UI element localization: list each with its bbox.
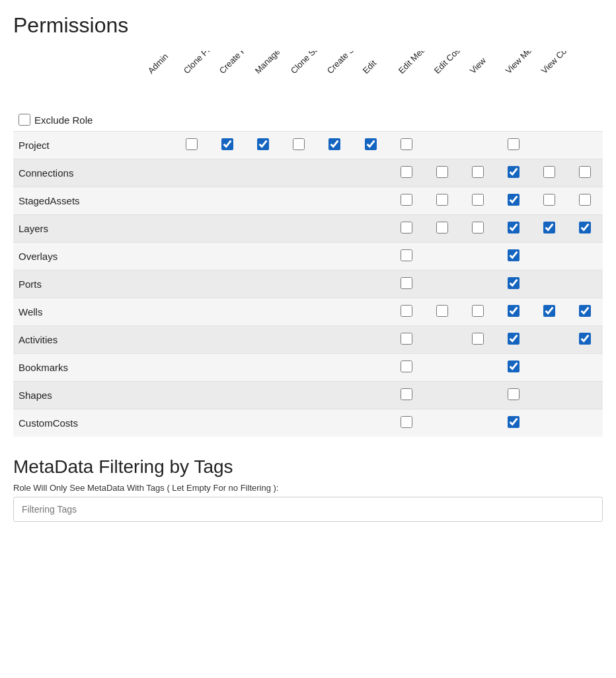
checkbox-stagedassets-edit_costs[interactable] — [472, 194, 484, 206]
checkbox-shapes-view[interactable] — [508, 388, 520, 400]
cell-admin — [174, 132, 210, 159]
cell-empty-create_sub_project — [353, 271, 389, 298]
checkbox-stagedassets-edit_metadata[interactable] — [436, 194, 448, 206]
checkbox-activities-edit_costs[interactable] — [472, 333, 484, 345]
cell-edit — [389, 132, 424, 159]
checkbox-activities-edit[interactable] — [401, 333, 412, 345]
checkbox-overlays-edit[interactable] — [401, 249, 412, 261]
checkbox-project-create_project[interactable] — [257, 138, 269, 150]
checkbox-activities-view_costs[interactable] — [579, 333, 591, 345]
checkbox-stagedassets-edit[interactable] — [401, 194, 412, 206]
row-label-project: Project — [13, 132, 174, 159]
checkbox-layers-view_metadata[interactable] — [543, 222, 555, 233]
checkbox-stagedassets-view[interactable] — [508, 194, 520, 206]
cell-empty-create_sub_project — [353, 215, 389, 243]
cell-empty-clone_project — [210, 271, 245, 298]
cell-edit_costs — [460, 298, 496, 326]
cell-edit_metadata — [424, 159, 460, 187]
cell-empty-admin — [174, 187, 210, 215]
checkbox-project-view[interactable] — [508, 138, 520, 150]
exclude-role-label[interactable]: Exclude Role — [19, 114, 167, 126]
cell-empty-create_project — [245, 187, 281, 215]
cell-create_sub_project — [353, 132, 389, 159]
cell-empty-clone_project — [210, 354, 245, 382]
checkbox-project-clone_sub_project[interactable] — [328, 138, 340, 150]
checkbox-ports-view[interactable] — [508, 277, 520, 289]
col-header-view-costs: View Costs — [567, 51, 603, 111]
checkbox-wells-edit_costs[interactable] — [472, 305, 484, 317]
checkbox-layers-edit_costs[interactable] — [472, 222, 484, 233]
cell-empty-view_costs — [567, 354, 603, 382]
checkbox-stagedassets-view_metadata[interactable] — [543, 194, 555, 206]
cell-empty-clone_sub_project — [317, 326, 352, 354]
cell-empty-clone_sub_project — [317, 159, 352, 187]
page-title: Permissions — [13, 13, 603, 38]
cell-view_costs — [567, 298, 603, 326]
row-label-customcosts: CustomCosts — [13, 409, 174, 437]
checkbox-activities-view[interactable] — [508, 333, 520, 345]
cell-empty-clone_project — [210, 159, 245, 187]
exclude-role-header — [13, 51, 174, 111]
exclude-role-view-costs-cell — [567, 111, 603, 132]
cell-view_costs — [567, 326, 603, 354]
checkbox-wells-view_metadata[interactable] — [543, 305, 555, 317]
cell-empty-edit_costs — [460, 409, 496, 437]
cell-empty-manage_view_link — [281, 409, 317, 437]
checkbox-bookmarks-view[interactable] — [508, 360, 520, 372]
cell-view — [496, 298, 531, 326]
exclude-role-label-cell: Exclude Role — [13, 111, 174, 132]
row-label-layers: Layers — [13, 215, 174, 243]
cell-edit — [389, 382, 424, 409]
checkbox-project-clone_project[interactable] — [221, 138, 233, 150]
cell-empty-edit_costs — [460, 132, 496, 159]
cell-empty-edit_metadata — [424, 271, 460, 298]
cell-empty-view_metadata — [531, 243, 567, 271]
cell-view — [496, 243, 531, 271]
checkbox-layers-edit_metadata[interactable] — [436, 222, 448, 233]
checkbox-overlays-view[interactable] — [508, 249, 520, 261]
checkbox-wells-view_costs[interactable] — [579, 305, 591, 317]
exclude-role-checkbox[interactable] — [19, 114, 30, 126]
cell-empty-view_metadata — [531, 132, 567, 159]
cell-edit_costs — [460, 159, 496, 187]
checkbox-connections-edit_metadata[interactable] — [436, 166, 448, 178]
checkbox-wells-edit_metadata[interactable] — [436, 305, 448, 317]
checkbox-connections-edit_costs[interactable] — [472, 166, 484, 178]
cell-empty-manage_view_link — [281, 243, 317, 271]
cell-edit — [389, 243, 424, 271]
checkbox-project-edit[interactable] — [401, 138, 412, 150]
exclude-role-admin-cell — [174, 111, 210, 132]
cell-empty-create_project — [245, 215, 281, 243]
checkbox-shapes-edit[interactable] — [401, 388, 412, 400]
checkbox-connections-view_metadata[interactable] — [543, 166, 555, 178]
cell-empty-manage_view_link — [281, 382, 317, 409]
checkbox-customcosts-view[interactable] — [508, 416, 520, 428]
checkbox-layers-edit[interactable] — [401, 222, 412, 233]
checkbox-connections-view[interactable] — [508, 166, 520, 178]
checkbox-wells-edit[interactable] — [401, 305, 412, 317]
checkbox-project-admin[interactable] — [186, 138, 198, 150]
checkbox-ports-edit[interactable] — [401, 277, 412, 289]
cell-view_metadata — [531, 187, 567, 215]
cell-empty-edit_costs — [460, 354, 496, 382]
permissions-table-wrapper: Admin Clone Project Create Project Manag… — [13, 51, 603, 437]
checkbox-bookmarks-edit[interactable] — [401, 360, 412, 372]
checkbox-connections-edit[interactable] — [401, 166, 412, 178]
cell-empty-admin — [174, 215, 210, 243]
checkbox-customcosts-edit[interactable] — [401, 416, 412, 428]
checkbox-layers-view_costs[interactable] — [579, 222, 591, 233]
cell-empty-create_sub_project — [353, 409, 389, 437]
checkbox-project-create_sub_project[interactable] — [365, 138, 377, 150]
row-label-stagedassets: StagedAssets — [13, 187, 174, 215]
checkbox-layers-view[interactable] — [508, 222, 520, 233]
row-label-wells: Wells — [13, 298, 174, 326]
cell-empty-create_project — [245, 159, 281, 187]
cell-empty-manage_view_link — [281, 298, 317, 326]
filtering-tags-input[interactable] — [13, 497, 603, 522]
checkbox-stagedassets-view_costs[interactable] — [579, 194, 591, 206]
checkbox-project-manage_view_link[interactable] — [293, 138, 305, 150]
checkbox-connections-view_costs[interactable] — [579, 166, 591, 178]
checkbox-wells-view[interactable] — [508, 305, 520, 317]
table-row: StagedAssets — [13, 187, 603, 215]
exclude-role-edit-costs-cell — [460, 111, 496, 132]
